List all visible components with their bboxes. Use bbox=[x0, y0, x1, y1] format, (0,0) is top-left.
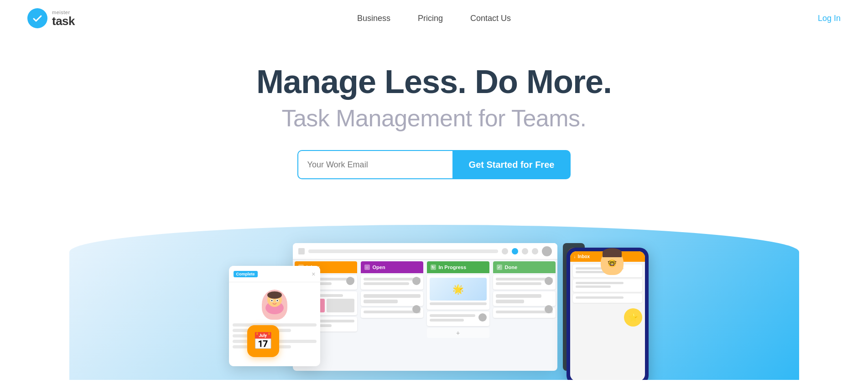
main-nav: Business Pricing Contact Us bbox=[357, 14, 511, 23]
kanban-card bbox=[361, 308, 423, 318]
login-button[interactable]: Log In bbox=[818, 14, 841, 23]
info-icon bbox=[502, 248, 508, 254]
email-input[interactable] bbox=[297, 150, 452, 179]
svg-point-6 bbox=[276, 300, 278, 301]
kanban-col-open: ○ Open bbox=[359, 259, 425, 371]
complete-badge: Complete bbox=[234, 271, 258, 277]
float-card-header: Complete × bbox=[229, 266, 320, 282]
logo-text: meister task bbox=[52, 10, 75, 27]
card-avatar bbox=[545, 277, 553, 285]
kanban-card bbox=[427, 311, 489, 326]
calendar-icon: 📅 bbox=[247, 325, 279, 357]
card-image: 🌟 bbox=[430, 278, 487, 301]
header-bar bbox=[308, 249, 498, 253]
bell-icon bbox=[522, 248, 528, 254]
kanban-board: ↓ Inbox bbox=[293, 243, 557, 371]
done-icon: ✓ bbox=[497, 265, 502, 270]
card-bar bbox=[364, 311, 421, 313]
char-hair bbox=[603, 248, 622, 257]
nav-business[interactable]: Business bbox=[357, 14, 390, 23]
kanban-card bbox=[493, 275, 556, 290]
progress-icon: ↻ bbox=[431, 265, 436, 270]
hero-headline: Manage Less. Do More. bbox=[9, 64, 859, 100]
progress-label: In Progress bbox=[439, 265, 467, 270]
app-mockup: Complete × bbox=[256, 239, 612, 380]
avatar-illustration bbox=[262, 290, 287, 320]
phone-inbox-icon: ↓ bbox=[574, 254, 576, 259]
logo-task: task bbox=[52, 15, 75, 27]
add-icon bbox=[512, 248, 518, 254]
card-bar bbox=[430, 319, 464, 322]
phone-card-3 bbox=[573, 294, 642, 303]
char-glasses-icon: 🤓 bbox=[608, 259, 617, 268]
open-label: Open bbox=[373, 265, 385, 270]
card-avatar bbox=[412, 277, 421, 285]
logo-check-icon bbox=[27, 8, 47, 28]
search-icon bbox=[532, 248, 538, 254]
kanban-card bbox=[361, 291, 423, 306]
add-card-btn[interactable]: + bbox=[427, 328, 489, 338]
user-avatar bbox=[542, 246, 552, 256]
card-bar bbox=[430, 314, 475, 317]
svg-point-2 bbox=[267, 291, 282, 299]
hero-section: Manage Less. Do More. Task Management fo… bbox=[0, 36, 868, 197]
done-header: ✓ Done bbox=[493, 261, 556, 273]
phone-card-bar bbox=[576, 296, 624, 299]
kanban-col-done: ✓ Done bbox=[491, 259, 557, 371]
card-bar bbox=[364, 282, 409, 285]
home-icon bbox=[298, 248, 305, 254]
nav-contact[interactable]: Contact Us bbox=[470, 14, 511, 23]
char-head: 🤓 bbox=[601, 250, 624, 275]
kanban-col-progress: ↻ In Progress 🌟 + bbox=[425, 259, 491, 371]
header: meister task Business Pricing Contact Us… bbox=[0, 0, 868, 36]
kanban-header bbox=[293, 243, 557, 259]
phone-star-icon: ⭐ bbox=[624, 308, 642, 327]
card-avatar bbox=[478, 313, 487, 322]
phone-card-bar bbox=[576, 282, 624, 284]
phone-inbox-label: Inbox bbox=[578, 254, 590, 259]
phone-card-bar bbox=[576, 285, 611, 288]
hero-subheadline: Task Management for Teams. bbox=[9, 104, 859, 132]
kanban-card bbox=[493, 291, 556, 306]
float-avatar-row bbox=[233, 290, 317, 320]
svg-point-5 bbox=[271, 300, 272, 301]
open-header: ○ Open bbox=[361, 261, 423, 273]
get-started-button[interactable]: Get Started for Free bbox=[452, 150, 571, 179]
phone-card-2 bbox=[573, 279, 642, 292]
screenshot-area: Complete × bbox=[0, 207, 868, 380]
card-bar bbox=[496, 282, 541, 285]
cta-row: Get Started for Free bbox=[9, 150, 859, 179]
done-label: Done bbox=[505, 265, 518, 270]
card-bar bbox=[430, 302, 487, 305]
card-avatar bbox=[545, 305, 553, 313]
logo[interactable]: meister task bbox=[27, 8, 75, 28]
card-bar bbox=[496, 311, 553, 313]
card-avatar bbox=[346, 277, 354, 285]
kanban-card: 🌟 bbox=[427, 275, 489, 310]
kanban-card bbox=[493, 308, 556, 318]
open-icon: ○ bbox=[364, 265, 370, 270]
card-avatar bbox=[412, 305, 421, 313]
progress-header: ↻ In Progress bbox=[427, 261, 489, 273]
kanban-columns: ↓ Inbox bbox=[293, 259, 557, 371]
character-illustration: 🤓 bbox=[594, 229, 630, 275]
kanban-card bbox=[361, 275, 423, 290]
nav-pricing[interactable]: Pricing bbox=[418, 14, 443, 23]
close-icon[interactable]: × bbox=[312, 270, 315, 278]
